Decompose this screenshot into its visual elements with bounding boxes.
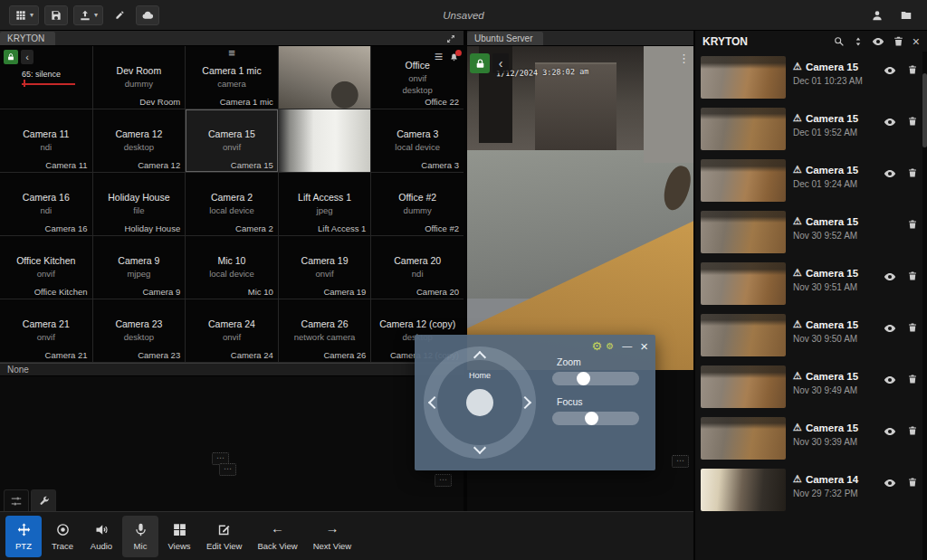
- recording-row[interactable]: ⚠Camera 15Dec 01 10:23 AM: [695, 52, 927, 103]
- layout-menu-button[interactable]: ▾: [9, 5, 39, 25]
- user-button[interactable]: [865, 5, 889, 25]
- back-view-button[interactable]: ←Back View: [251, 516, 303, 557]
- recording-row[interactable]: ⚠Camera 15Nov 30 9:49 AM: [695, 361, 927, 413]
- camera-tile[interactable]: Office Kitchenonvif Office Kitchen: [0, 236, 92, 299]
- zoom-slider[interactable]: [552, 372, 639, 385]
- eye-icon[interactable]: [884, 425, 896, 438]
- camera-tile-thumbnail[interactable]: [279, 46, 371, 109]
- camera-tile[interactable]: Camera 19onvif Camera 19: [279, 236, 371, 299]
- recording-thumbnail[interactable]: [701, 211, 786, 253]
- lock-icon[interactable]: [4, 50, 18, 64]
- hidden-item-indicator[interactable]: ⋯: [672, 455, 689, 468]
- camera-tile[interactable]: Camera 24onvif Camera 24: [186, 299, 278, 362]
- home-label[interactable]: Home: [469, 371, 491, 380]
- settings-gear-icon[interactable]: ⚙: [606, 342, 614, 351]
- camera-tile-thumbnail[interactable]: [279, 109, 371, 172]
- trash-icon[interactable]: [907, 219, 918, 232]
- camera-tile[interactable]: Mic 10local device Mic 10: [186, 236, 278, 299]
- eye-icon[interactable]: [884, 64, 896, 77]
- eye-icon[interactable]: [884, 374, 896, 386]
- trash-icon[interactable]: [907, 167, 918, 180]
- camera-tile[interactable]: Camera 26network camera Camera 26: [279, 299, 371, 362]
- camera-tile[interactable]: Camera 12desktop Camera 12: [93, 109, 186, 172]
- camera-tile[interactable]: Camera 2local device Camera 2: [186, 173, 278, 235]
- pan-up-icon[interactable]: [473, 351, 486, 364]
- recording-row[interactable]: ⚠Camera 15Nov 30 9:52 AM: [695, 206, 927, 258]
- camera-tile[interactable]: ≡ Camera 1 miccamera Camera 1 mic: [186, 46, 278, 109]
- save-button[interactable]: [44, 5, 68, 25]
- zoom-slider-thumb[interactable]: [577, 372, 590, 385]
- menu-icon[interactable]: ≡: [435, 49, 443, 65]
- pan-right-icon[interactable]: [519, 396, 531, 409]
- cloud-sync-button[interactable]: [136, 5, 159, 25]
- recording-thumbnail[interactable]: [701, 159, 786, 202]
- camera-tile[interactable]: Camera 20ndi Camera 20: [371, 236, 464, 299]
- expand-icon[interactable]: [445, 33, 460, 44]
- eye-icon[interactable]: [872, 35, 884, 48]
- eye-icon[interactable]: [884, 477, 896, 489]
- recording-row[interactable]: ⚠Camera 15Nov 30 9:51 AM: [695, 258, 927, 309]
- mic-button[interactable]: Mic: [122, 516, 158, 557]
- eye-icon[interactable]: [884, 322, 896, 335]
- search-icon[interactable]: [833, 35, 845, 47]
- trash-icon[interactable]: [907, 374, 918, 386]
- tab-filters[interactable]: [4, 489, 29, 511]
- camera-tile[interactable]: ≡ Office onvif desktop Office 22: [371, 46, 464, 109]
- camera-tile-audio[interactable]: ‹ 65: silence: [0, 46, 92, 109]
- recording-thumbnail[interactable]: [701, 365, 786, 408]
- camera-tile[interactable]: Holiday Housefile Holiday House: [93, 173, 186, 235]
- joystick-knob[interactable]: [466, 389, 493, 416]
- recording-thumbnail[interactable]: [701, 417, 786, 460]
- trash-icon[interactable]: [907, 477, 918, 489]
- eye-icon[interactable]: [884, 167, 896, 180]
- back-icon[interactable]: ‹: [21, 50, 33, 64]
- eye-icon[interactable]: [884, 271, 896, 283]
- recording-thumbnail[interactable]: [701, 108, 786, 150]
- selection-bar[interactable]: None: [0, 363, 464, 376]
- hidden-item-indicator[interactable]: ⋯: [435, 474, 452, 487]
- trash-icon[interactable]: [893, 35, 904, 47]
- pan-left-icon[interactable]: [428, 396, 441, 409]
- camera-tile[interactable]: Camera 16ndi Camera 16: [0, 173, 92, 235]
- eye-icon[interactable]: [884, 116, 896, 128]
- audio-button[interactable]: Audio: [83, 516, 119, 557]
- close-icon[interactable]: ×: [640, 339, 648, 353]
- views-button[interactable]: Views: [161, 516, 197, 557]
- camera-tile[interactable]: Camera 3local device Camera 3: [371, 109, 464, 172]
- recording-row[interactable]: ⚠Camera 15Nov 30 9:39 AM: [695, 413, 927, 464]
- back-icon[interactable]: ‹: [492, 53, 509, 73]
- edit-button[interactable]: [109, 5, 130, 25]
- settings-gear-icon[interactable]: ⚙: [592, 340, 603, 352]
- ptz-dialog[interactable]: ⚙ ⚙ — × Home Zoom Focus: [415, 335, 655, 470]
- trash-icon[interactable]: [907, 322, 918, 335]
- camera-tile[interactable]: Dev Roomdummy Dev Room: [93, 46, 186, 109]
- trash-icon[interactable]: [907, 116, 918, 128]
- close-icon[interactable]: ×: [913, 35, 920, 48]
- recording-thumbnail[interactable]: [701, 314, 786, 356]
- edit-view-button[interactable]: Edit View: [200, 516, 248, 557]
- camera-tile[interactable]: Office #2dummy Office #2: [371, 173, 464, 235]
- sort-icon[interactable]: [853, 36, 864, 47]
- more-menu-icon[interactable]: ⋮: [678, 52, 690, 65]
- library-button[interactable]: [894, 5, 918, 25]
- trash-icon[interactable]: [907, 64, 918, 77]
- camera-tile[interactable]: Camera 11ndi Camera 11: [0, 109, 92, 172]
- alerts-bell-icon[interactable]: [449, 52, 459, 62]
- hidden-item-indicator[interactable]: ⋯: [219, 463, 236, 476]
- menu-icon[interactable]: ≡: [228, 47, 235, 59]
- camera-tile[interactable]: Camera 9mjpeg Camera 9: [93, 236, 186, 299]
- recording-row[interactable]: ⚠Camera 15Nov 30 9:50 AM: [695, 309, 927, 361]
- camera-tile[interactable]: Lift Access 1jpeg Lift Access 1: [279, 173, 371, 235]
- pan-down-icon[interactable]: [473, 441, 486, 454]
- camera-feed[interactable]: ‹ 1/12/2024 3:28:02 am ⋮: [467, 46, 693, 370]
- tab-ubuntu-server[interactable]: Ubuntu Server: [467, 32, 543, 45]
- minimize-icon[interactable]: —: [622, 341, 632, 351]
- trash-icon[interactable]: [907, 271, 918, 283]
- scrollbar[interactable]: [922, 52, 927, 560]
- tab-kryton[interactable]: KRYTON: [0, 32, 55, 45]
- camera-tile-selected[interactable]: Camera 15onvif Camera 15: [186, 109, 278, 172]
- scrollbar-thumb[interactable]: [922, 73, 927, 147]
- trace-button[interactable]: Trace: [44, 516, 81, 557]
- tab-tools[interactable]: [31, 489, 56, 511]
- next-view-button[interactable]: →Next View: [307, 516, 358, 557]
